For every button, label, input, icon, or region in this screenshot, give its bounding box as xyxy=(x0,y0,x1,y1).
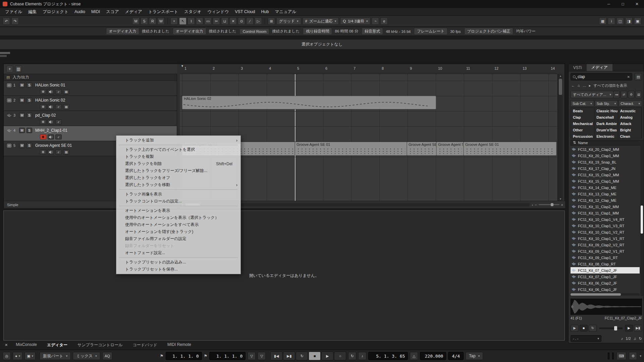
rack-tab-VSTi[interactable]: VSTi xyxy=(569,64,587,71)
instrument-button[interactable]: ▦ xyxy=(63,149,69,155)
rewind-icon[interactable]: ◂◂ xyxy=(613,91,620,98)
zoom-in-icon[interactable]: + xyxy=(561,203,563,207)
media-file-row[interactable]: FC11_Kit_07_Clap1_JF xyxy=(571,274,640,280)
context-menu-item[interactable]: 使用中のオートメーションを表示（選択トラック） xyxy=(116,214,240,221)
monitor-button[interactable] xyxy=(48,134,54,139)
scroll-right-icon[interactable]: › xyxy=(532,203,533,207)
left-zone-toggle-icon[interactable]: ◫ xyxy=(616,17,624,25)
tempo-display[interactable]: 220.000 xyxy=(420,352,446,360)
menu-item-Hub[interactable]: Hub xyxy=(258,8,272,15)
media-file-row[interactable]: FC11_Kit_06_Clap1_JF xyxy=(571,286,640,293)
close-button[interactable]: ✕ xyxy=(630,0,644,8)
line-tool-button[interactable]: ∕ xyxy=(246,17,254,25)
maximize-button[interactable]: □ xyxy=(616,0,630,8)
rack-tab-メディア[interactable]: メディア xyxy=(587,64,612,71)
track-row-2[interactable]: 2MSHALion Sonic 02e▦ xyxy=(4,96,177,111)
right-locator-icon[interactable]: ⚑ xyxy=(204,354,208,358)
media-search-box[interactable]: ✕ xyxy=(571,73,632,80)
notes-icon[interactable]: ♫ xyxy=(634,337,636,341)
tool-mode-dropdown[interactable]: ▾ xyxy=(170,17,178,25)
attribute-value[interactable]: Clap xyxy=(571,114,594,120)
track-row-3[interactable]: 3MSpd_Clap 02e xyxy=(4,111,177,126)
snap-settings-dropdown[interactable]: ▣ ▾ xyxy=(24,352,36,360)
context-menu-item[interactable]: 録音ファイル用フォルダーの設定 xyxy=(116,235,240,242)
solo-button[interactable]: S xyxy=(26,143,32,148)
tap-tempo-button[interactable]: Tap ▾ xyxy=(466,352,483,360)
zone-splitter-handle[interactable] xyxy=(0,52,10,54)
attribute-value[interactable]: Classic Hou xyxy=(594,108,618,114)
back-icon[interactable]: ← xyxy=(571,83,575,87)
context-menu-item[interactable]: トラックコントロールの設定... xyxy=(116,198,240,205)
zone-tab-エディター[interactable]: エディター xyxy=(47,342,67,348)
note-icon[interactable]: ♪ xyxy=(621,337,623,341)
menu-item-メディア[interactable]: メディア xyxy=(122,8,145,15)
edit-channel-button[interactable]: e xyxy=(55,89,62,94)
media-file-row[interactable]: FC11_Kit_06_Clap2_JF xyxy=(571,280,640,286)
attribute-value[interactable]: Attack xyxy=(618,120,641,127)
media-file-row[interactable]: FC11_Kit_11_Clap2_MM xyxy=(571,203,640,210)
timeline-ruler[interactable]: ▼ 1234567891011121314 xyxy=(180,64,557,74)
context-menu-item[interactable]: 選択したトラックをオフ xyxy=(116,174,240,181)
loop-icon[interactable]: ↻ xyxy=(639,337,642,341)
vertical-scroll-thumb[interactable] xyxy=(559,79,562,95)
mute-button[interactable]: M xyxy=(19,82,25,88)
context-menu-item[interactable]: トラックを追加› xyxy=(116,137,240,144)
mute-button[interactable]: M xyxy=(19,128,25,133)
zone-tab-コードパッド[interactable]: コードパッド xyxy=(133,342,157,348)
quantize-dropdown[interactable]: Q 1/4 3連符 ▾ xyxy=(340,17,370,25)
results-vscroll-thumb[interactable] xyxy=(641,205,643,234)
preview-volume-knob[interactable] xyxy=(614,326,617,330)
attribute-value[interactable]: Dancehall xyxy=(594,114,618,120)
context-menu-item[interactable]: オートフェード設定... xyxy=(116,249,240,256)
context-menu-item[interactable]: 選択したトラックをフリーズ/フリーズ解除... xyxy=(116,167,240,174)
insert-part-dropdown[interactable]: 新規パート ▾ xyxy=(40,352,71,360)
results-vertical-scrollbar[interactable] xyxy=(640,140,643,296)
list-view-icon[interactable]: ▤ xyxy=(635,91,642,98)
menu-item-VST Cloud[interactable]: VST Cloud xyxy=(232,8,258,15)
home-icon[interactable]: ⌂ xyxy=(578,83,580,87)
monitor-button[interactable] xyxy=(48,119,54,124)
automation-r-button[interactable]: R xyxy=(149,17,156,25)
zoom-tool-button[interactable]: ⊙ xyxy=(238,17,245,25)
io-folder-track[interactable]: ▤ 入力/出力 xyxy=(4,74,177,81)
attribute-value[interactable]: Electronic xyxy=(594,133,618,138)
punch-out-icon[interactable]: ▽ xyxy=(258,352,266,360)
monitor-button[interactable] xyxy=(48,89,54,94)
note-icon[interactable]: ♪ xyxy=(358,352,366,360)
media-file-row[interactable]: FC11_Kit_10_Clap1_V1_RT xyxy=(571,235,640,242)
record-button[interactable]: ○ xyxy=(334,352,346,360)
track-visibility-button[interactable]: ▥ xyxy=(15,66,22,72)
media-file-row[interactable]: FC11_Kit_10_Clap1_V4_RT xyxy=(571,216,640,223)
mute-button[interactable]: M xyxy=(19,113,25,118)
forward-icon[interactable]: ▸ xyxy=(589,83,591,88)
setup-grid-icon[interactable]: ▦ xyxy=(599,17,606,25)
context-menu-item[interactable]: オートメーションを表示 xyxy=(116,207,240,214)
media-file-row[interactable]: FC11_Kit_17_Clap_JN xyxy=(571,165,640,172)
left-locator-icon[interactable]: ⚑ xyxy=(160,354,164,358)
results-view-toggle-icon[interactable]: ▤ xyxy=(635,73,642,80)
mute-button[interactable]: M xyxy=(19,98,25,103)
scissors-tool-button[interactable]: ✂ xyxy=(213,17,220,25)
zone-splitter-handle[interactable] xyxy=(0,55,7,57)
preview-volume-slider[interactable] xyxy=(599,327,623,329)
media-file-row[interactable]: FC11_Kit_11_Clap1_MM xyxy=(571,210,640,216)
automation-s-button[interactable]: S xyxy=(141,17,148,25)
automation-m-button[interactable]: M xyxy=(132,17,140,25)
event-clip[interactable]: Groove Agent SE 01 xyxy=(295,142,407,156)
playback-tool-button[interactable]: ▷ xyxy=(255,17,262,25)
gear-icon[interactable]: ⚙ xyxy=(628,91,635,98)
swing-button[interactable]: ~ xyxy=(372,17,379,25)
menu-item-プロジェクト[interactable]: プロジェクト xyxy=(40,8,71,15)
stop-button[interactable]: ■ xyxy=(309,352,321,360)
attribute-value[interactable]: Analog xyxy=(618,114,641,120)
event-clip[interactable]: Groove Agent SE 01 xyxy=(464,142,556,156)
object-selection-tool-button[interactable]: ↖ xyxy=(179,17,186,25)
clear-search-icon[interactable]: ✕ xyxy=(627,75,630,79)
pencil-tool-button[interactable]: ✎ xyxy=(196,17,203,25)
edit-channel-button[interactable]: e xyxy=(55,104,62,109)
context-menu-item[interactable]: トラックプリセットを保存... xyxy=(116,266,240,273)
zoom-slider[interactable] xyxy=(539,204,559,205)
media-file-row[interactable]: FC11_Kit_10_Clap1_V3_RT xyxy=(571,223,640,229)
eraser-tool-button[interactable]: ▭ xyxy=(204,17,212,25)
primary-time-display[interactable]: 5. 1. 3. 65 xyxy=(368,352,408,360)
